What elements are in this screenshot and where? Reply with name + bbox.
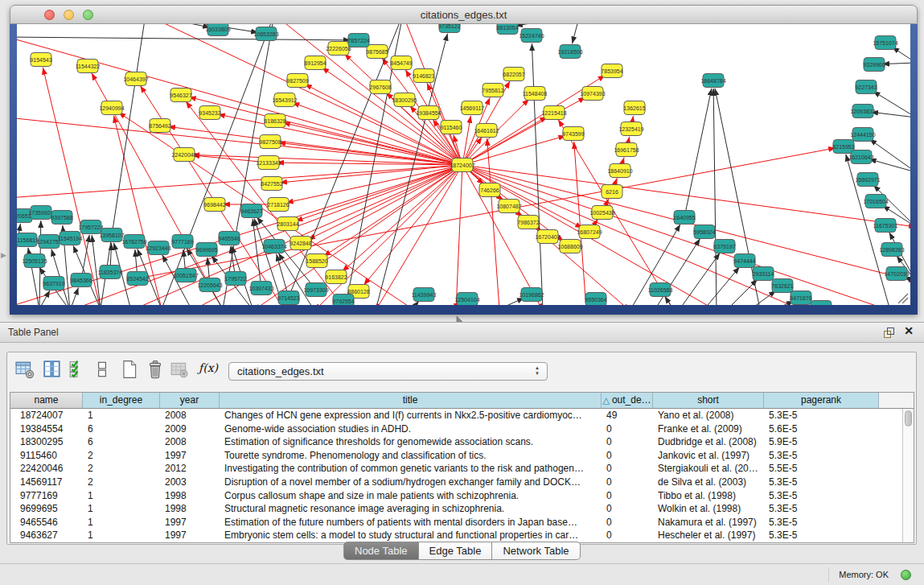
network-node[interactable]: 6216 [602, 185, 622, 199]
network-node[interactable]: 16720407 [535, 230, 560, 244]
network-node[interactable]: 8524542 [126, 272, 148, 286]
network-node[interactable]: 9698442 [203, 198, 225, 212]
network-node[interactable]: 9546327 [170, 89, 191, 102]
network-node[interactable]: 9777169 [171, 235, 193, 249]
network-node[interactable]: 9227343 [855, 80, 877, 94]
network-node[interactable]: 2967608 [369, 80, 391, 94]
network-node[interactable]: 16033809 [205, 24, 230, 36]
table-row[interactable]: 969969511998Structural magnetic resonanc… [10, 502, 903, 516]
network-node[interactable]: 22420046 [171, 148, 196, 162]
network-node[interactable]: 11439943 [412, 288, 437, 302]
delete-table-icon[interactable] [146, 360, 165, 379]
network-node[interactable]: 10807487 [496, 200, 521, 213]
network-node[interactable]: 12444150 [850, 128, 875, 142]
network-node[interactable]: 9463627 [240, 204, 262, 218]
table-row[interactable]: 1456911722003Disruption of a novel membe… [10, 476, 903, 489]
network-node[interactable]: 9146821 [413, 69, 434, 83]
tab-node-table[interactable]: Node Table [343, 542, 419, 560]
column-header-title[interactable]: title [220, 393, 602, 409]
network-node[interactable]: 12325419 [618, 122, 643, 136]
network-node[interactable]: 12505135 [22, 254, 47, 268]
network-node[interactable]: 13958107 [99, 229, 124, 242]
network-node[interactable]: 11544322 [76, 60, 101, 73]
network-edge[interactable] [869, 159, 910, 172]
table-selector-dropdown[interactable]: citations_edges.txt ▲▼ [228, 362, 548, 381]
network-node[interactable]: 15692971 [855, 173, 880, 187]
network-node[interactable]: 9827508 [259, 135, 281, 149]
network-node[interactable]: 12923448 [146, 241, 170, 255]
network-node[interactable]: 8186328 [264, 114, 285, 128]
network-node[interactable]: 19218506 [557, 45, 582, 59]
network-node[interactable]: 14702039 [884, 267, 909, 281]
network-edge[interactable] [456, 165, 462, 305]
network-node[interactable]: 9845366 [70, 274, 92, 287]
column-settings-icon[interactable] [15, 360, 35, 379]
network-node[interactable]: 16210643 [848, 150, 873, 164]
network-node[interactable]: 16648784 [700, 74, 725, 88]
panel-collapse-arrow-icon[interactable]: ▶ [1, 251, 6, 259]
network-edge[interactable] [342, 165, 462, 271]
network-node[interactable]: 9154543 [30, 53, 51, 67]
float-panel-icon[interactable] [883, 327, 895, 339]
network-node[interactable]: 12093832 [850, 105, 875, 118]
network-node[interactable]: 11835374 [98, 266, 123, 279]
network-node[interactable]: 9699695 [195, 243, 217, 257]
column-header-year[interactable]: year [160, 393, 220, 409]
network-node[interactable]: 9465546 [218, 232, 240, 245]
network-node[interactable]: 11548408 [523, 87, 548, 101]
table-scrollbar[interactable] [902, 409, 914, 542]
network-edge[interactable] [532, 43, 543, 305]
network-node[interactable]: 14569117 [460, 101, 485, 115]
network-node[interactable]: 15224746 [519, 29, 544, 43]
network-edge[interactable] [376, 34, 447, 305]
network-node[interactable]: 10688609 [557, 240, 582, 253]
network-node[interactable]: 10654112 [809, 301, 834, 306]
network-edge[interactable] [869, 139, 910, 172]
network-edge[interactable] [871, 112, 910, 117]
network-node[interactable]: 8756492 [149, 119, 170, 133]
merge-rows-icon[interactable] [92, 360, 112, 379]
network-node[interactable]: 8813054 [496, 24, 518, 35]
network-node[interactable]: 12898283 [879, 243, 904, 257]
column-header-pagerank[interactable]: pagerank [764, 393, 879, 409]
network-edge[interactable] [499, 298, 524, 305]
network-node[interactable]: 11545194 [58, 232, 83, 245]
network-node[interactable]: 10196862 [519, 288, 544, 302]
table-row[interactable]: 2242004622012Investigating the contribut… [10, 462, 903, 476]
network-edge[interactable] [665, 296, 673, 305]
network-node[interactable]: 8471676 [790, 291, 811, 305]
network-edge[interactable] [700, 267, 740, 305]
network-edge[interactable] [146, 24, 210, 27]
network-node[interactable]: 746266 [479, 183, 500, 197]
network-node[interactable]: 17016504 [863, 195, 888, 208]
network-edge[interactable] [462, 136, 565, 165]
new-table-icon[interactable] [120, 360, 139, 379]
network-node[interactable]: 6822057 [503, 68, 524, 81]
network-node[interactable]: 9242848 [290, 237, 311, 250]
network-node[interactable]: 5958924 [693, 225, 715, 239]
network-edge[interactable] [70, 287, 79, 305]
network-node[interactable]: 9743599 [562, 127, 584, 141]
network-node[interactable]: 9115460 [441, 121, 462, 134]
network-edge[interactable] [873, 91, 910, 117]
table-row[interactable]: 946554611997Estimation of the future num… [10, 516, 903, 529]
table-row[interactable]: 977716911998Corpus callosum shape and si… [10, 489, 903, 503]
network-edge[interactable] [17, 117, 462, 165]
network-node[interactable]: 12133341 [256, 156, 281, 170]
select-rows-icon[interactable] [68, 360, 88, 379]
show-columns-icon[interactable] [43, 360, 62, 379]
network-node[interactable]: 11156819 [17, 233, 39, 247]
network-node[interactable]: 16461612 [474, 124, 499, 138]
network-node[interactable]: 1795722 [224, 272, 246, 286]
network-node[interactable]: 7955812 [482, 84, 503, 97]
network-node[interactable]: 7986372 [517, 216, 539, 229]
network-edge[interactable] [462, 165, 890, 305]
network-node[interactable]: 9735122 [438, 24, 460, 33]
network-node[interactable]: 2718126 [267, 198, 289, 212]
network-edge[interactable] [574, 142, 586, 305]
network-node[interactable]: 9345232 [199, 106, 220, 120]
network-node[interactable]: 8912954 [304, 56, 326, 70]
network-node[interactable]: 9792554 [332, 295, 354, 306]
network-node[interactable]: 11675301 [873, 219, 898, 233]
network-node[interactable]: 16782759 [121, 235, 146, 249]
